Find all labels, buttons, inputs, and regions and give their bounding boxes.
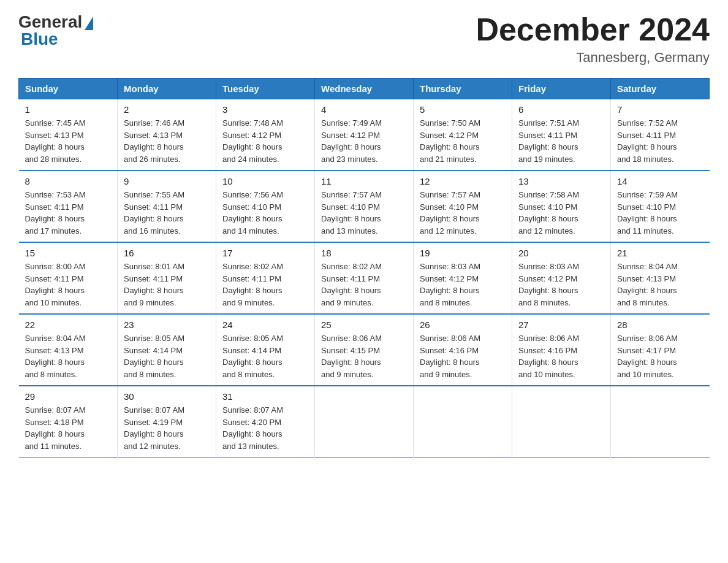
calendar-cell: 8Sunrise: 7:53 AMSunset: 4:11 PMDaylight… xyxy=(19,170,118,242)
calendar-cell: 25Sunrise: 8:06 AMSunset: 4:15 PMDayligh… xyxy=(315,314,414,386)
day-info: Sunrise: 8:06 AMSunset: 4:17 PMDaylight:… xyxy=(617,332,703,380)
calendar-cell: 22Sunrise: 8:04 AMSunset: 4:13 PMDayligh… xyxy=(19,314,118,386)
calendar-cell: 10Sunrise: 7:56 AMSunset: 4:10 PMDayligh… xyxy=(216,170,315,242)
day-info: Sunrise: 8:02 AMSunset: 4:11 PMDaylight:… xyxy=(222,261,308,308)
day-info: Sunrise: 8:06 AMSunset: 4:15 PMDaylight:… xyxy=(321,332,407,380)
day-number: 12 xyxy=(420,176,506,186)
calendar-cell: 27Sunrise: 8:06 AMSunset: 4:16 PMDayligh… xyxy=(512,314,611,386)
calendar-table: SundayMondayTuesdayWednesdayThursdayFrid… xyxy=(18,78,710,458)
day-number: 2 xyxy=(124,104,210,115)
column-header-sunday: Sunday xyxy=(19,79,118,99)
calendar-cell: 9Sunrise: 7:55 AMSunset: 4:11 PMDaylight… xyxy=(118,170,216,242)
day-info: Sunrise: 7:58 AMSunset: 4:10 PMDaylight:… xyxy=(518,189,604,237)
day-number: 3 xyxy=(222,104,308,115)
column-header-tuesday: Tuesday xyxy=(216,79,315,99)
column-header-monday: Monday xyxy=(118,79,216,99)
day-info: Sunrise: 7:57 AMSunset: 4:10 PMDaylight:… xyxy=(321,189,407,237)
day-info: Sunrise: 7:59 AMSunset: 4:10 PMDaylight:… xyxy=(617,189,703,237)
calendar-cell xyxy=(512,386,611,458)
day-info: Sunrise: 7:55 AMSunset: 4:11 PMDaylight:… xyxy=(124,189,210,237)
day-number: 24 xyxy=(222,320,308,330)
day-number: 5 xyxy=(420,104,506,115)
day-info: Sunrise: 8:07 AMSunset: 4:19 PMDaylight:… xyxy=(124,404,210,452)
day-number: 28 xyxy=(617,320,703,330)
calendar-cell: 6Sunrise: 7:51 AMSunset: 4:11 PMDaylight… xyxy=(512,99,611,171)
day-number: 25 xyxy=(321,320,407,330)
day-info: Sunrise: 7:50 AMSunset: 4:12 PMDaylight:… xyxy=(420,117,506,165)
calendar-cell: 2Sunrise: 7:46 AMSunset: 4:13 PMDaylight… xyxy=(118,99,216,171)
day-number: 19 xyxy=(420,248,506,258)
calendar-cell: 3Sunrise: 7:48 AMSunset: 4:12 PMDaylight… xyxy=(216,99,315,171)
day-info: Sunrise: 7:57 AMSunset: 4:10 PMDaylight:… xyxy=(420,189,506,237)
day-number: 15 xyxy=(25,248,112,258)
calendar-cell: 20Sunrise: 8:03 AMSunset: 4:12 PMDayligh… xyxy=(512,242,611,314)
day-number: 4 xyxy=(321,104,407,115)
calendar-cell: 30Sunrise: 8:07 AMSunset: 4:19 PMDayligh… xyxy=(118,386,216,458)
day-info: Sunrise: 7:49 AMSunset: 4:12 PMDaylight:… xyxy=(321,117,407,165)
day-number: 30 xyxy=(124,391,210,402)
calendar-cell: 29Sunrise: 8:07 AMSunset: 4:18 PMDayligh… xyxy=(19,386,118,458)
column-header-wednesday: Wednesday xyxy=(315,79,414,99)
calendar-cell: 12Sunrise: 7:57 AMSunset: 4:10 PMDayligh… xyxy=(414,170,512,242)
location: Tannesberg, Germany xyxy=(476,50,710,66)
day-number: 8 xyxy=(25,176,112,186)
calendar-cell: 16Sunrise: 8:01 AMSunset: 4:11 PMDayligh… xyxy=(118,242,216,314)
day-number: 7 xyxy=(617,104,703,115)
calendar-cell: 13Sunrise: 7:58 AMSunset: 4:10 PMDayligh… xyxy=(512,170,611,242)
logo-triangle-icon xyxy=(85,17,93,30)
day-info: Sunrise: 8:07 AMSunset: 4:20 PMDaylight:… xyxy=(222,404,308,452)
week-row-5: 29Sunrise: 8:07 AMSunset: 4:18 PMDayligh… xyxy=(19,386,710,458)
column-header-friday: Friday xyxy=(512,79,611,99)
calendar-cell: 28Sunrise: 8:06 AMSunset: 4:17 PMDayligh… xyxy=(611,314,710,386)
day-info: Sunrise: 8:03 AMSunset: 4:12 PMDaylight:… xyxy=(420,261,506,308)
day-number: 1 xyxy=(25,104,112,115)
calendar-cell: 17Sunrise: 8:02 AMSunset: 4:11 PMDayligh… xyxy=(216,242,315,314)
day-info: Sunrise: 8:00 AMSunset: 4:11 PMDaylight:… xyxy=(25,261,112,308)
calendar-cell: 31Sunrise: 8:07 AMSunset: 4:20 PMDayligh… xyxy=(216,386,315,458)
day-info: Sunrise: 8:04 AMSunset: 4:13 PMDaylight:… xyxy=(617,261,703,308)
week-row-3: 15Sunrise: 8:00 AMSunset: 4:11 PMDayligh… xyxy=(19,242,710,314)
day-info: Sunrise: 8:07 AMSunset: 4:18 PMDaylight:… xyxy=(25,404,112,452)
day-info: Sunrise: 7:46 AMSunset: 4:13 PMDaylight:… xyxy=(124,117,210,165)
calendar-cell: 26Sunrise: 8:06 AMSunset: 4:16 PMDayligh… xyxy=(414,314,512,386)
day-number: 16 xyxy=(124,248,210,258)
calendar-cell: 7Sunrise: 7:52 AMSunset: 4:11 PMDaylight… xyxy=(611,99,710,171)
day-info: Sunrise: 8:04 AMSunset: 4:13 PMDaylight:… xyxy=(25,332,112,380)
day-number: 26 xyxy=(420,320,506,330)
calendar-cell: 18Sunrise: 8:02 AMSunset: 4:11 PMDayligh… xyxy=(315,242,414,314)
week-row-4: 22Sunrise: 8:04 AMSunset: 4:13 PMDayligh… xyxy=(19,314,710,386)
calendar-cell: 11Sunrise: 7:57 AMSunset: 4:10 PMDayligh… xyxy=(315,170,414,242)
calendar-cell: 4Sunrise: 7:49 AMSunset: 4:12 PMDaylight… xyxy=(315,99,414,171)
calendar-cell: 23Sunrise: 8:05 AMSunset: 4:14 PMDayligh… xyxy=(118,314,216,386)
calendar-cell xyxy=(611,386,710,458)
title-section: December 2024 Tannesberg, Germany xyxy=(476,12,710,66)
day-number: 9 xyxy=(124,176,210,186)
day-number: 20 xyxy=(518,248,604,258)
day-number: 17 xyxy=(222,248,308,258)
calendar-cell xyxy=(414,386,512,458)
month-title: December 2024 xyxy=(476,12,710,47)
day-number: 18 xyxy=(321,248,407,258)
day-info: Sunrise: 8:01 AMSunset: 4:11 PMDaylight:… xyxy=(124,261,210,308)
page-header: General Blue December 2024 Tannesberg, G… xyxy=(18,12,710,66)
week-row-1: 1Sunrise: 7:45 AMSunset: 4:13 PMDaylight… xyxy=(19,99,710,171)
day-info: Sunrise: 7:48 AMSunset: 4:12 PMDaylight:… xyxy=(222,117,308,165)
day-info: Sunrise: 8:06 AMSunset: 4:16 PMDaylight:… xyxy=(420,332,506,380)
day-info: Sunrise: 8:02 AMSunset: 4:11 PMDaylight:… xyxy=(321,261,407,308)
calendar-cell: 19Sunrise: 8:03 AMSunset: 4:12 PMDayligh… xyxy=(414,242,512,314)
day-number: 6 xyxy=(518,104,604,115)
calendar-cell: 21Sunrise: 8:04 AMSunset: 4:13 PMDayligh… xyxy=(611,242,710,314)
day-info: Sunrise: 7:45 AMSunset: 4:13 PMDaylight:… xyxy=(25,117,112,165)
day-number: 10 xyxy=(222,176,308,186)
day-info: Sunrise: 7:53 AMSunset: 4:11 PMDaylight:… xyxy=(25,189,112,237)
calendar-cell: 5Sunrise: 7:50 AMSunset: 4:12 PMDaylight… xyxy=(414,99,512,171)
day-info: Sunrise: 7:51 AMSunset: 4:11 PMDaylight:… xyxy=(518,117,604,165)
calendar-cell: 24Sunrise: 8:05 AMSunset: 4:14 PMDayligh… xyxy=(216,314,315,386)
column-header-thursday: Thursday xyxy=(414,79,512,99)
column-header-saturday: Saturday xyxy=(611,79,710,99)
day-number: 21 xyxy=(617,248,703,258)
day-info: Sunrise: 8:06 AMSunset: 4:16 PMDaylight:… xyxy=(518,332,604,380)
calendar-cell xyxy=(315,386,414,458)
calendar-cell: 15Sunrise: 8:00 AMSunset: 4:11 PMDayligh… xyxy=(19,242,118,314)
day-info: Sunrise: 7:56 AMSunset: 4:10 PMDaylight:… xyxy=(222,189,308,237)
